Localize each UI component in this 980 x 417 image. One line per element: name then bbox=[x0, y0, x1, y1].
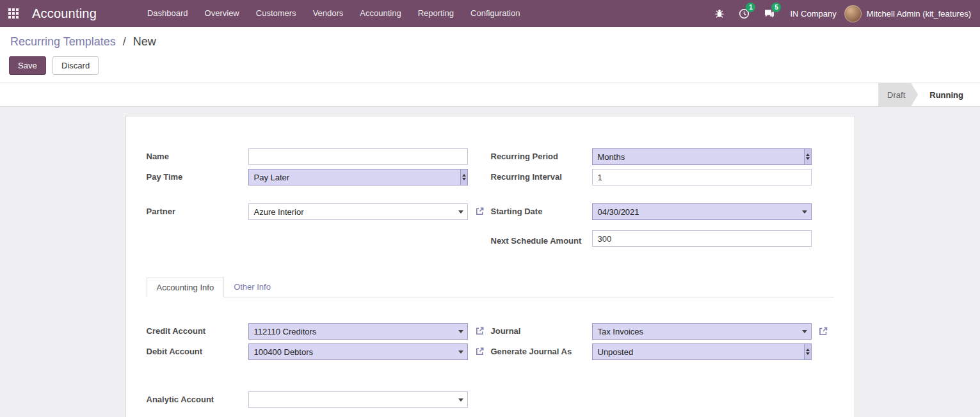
field-row-recurring-period: Recurring Period Months bbox=[491, 148, 812, 165]
credit-account-external-link-icon[interactable] bbox=[475, 326, 485, 336]
discard-button[interactable]: Discard bbox=[52, 56, 99, 75]
generate-journal-as-label: Generate Journal As bbox=[491, 346, 592, 358]
breadcrumb-current: New bbox=[133, 35, 156, 48]
breadcrumb-parent-link[interactable]: Recurring Templates bbox=[10, 35, 116, 48]
partner-combobox[interactable]: Azure Interior bbox=[248, 203, 468, 220]
user-menu[interactable]: Mitchell Admin (kit_features) bbox=[844, 5, 971, 22]
next-schedule-amount-input[interactable] bbox=[592, 230, 812, 247]
save-button[interactable]: Save bbox=[9, 56, 46, 75]
next-schedule-amount-label: Next Schedule Amount bbox=[491, 235, 592, 247]
name-input[interactable] bbox=[248, 148, 468, 165]
debit-account-combobox[interactable]: 100400 Debtors bbox=[248, 343, 468, 360]
apps-grid-icon bbox=[8, 8, 19, 19]
main-menu: Dashboard Overview Customers Vendors Acc… bbox=[139, 0, 528, 27]
partner-external-link-icon[interactable] bbox=[475, 207, 485, 216]
pay-time-label: Pay Time bbox=[147, 171, 248, 183]
credit-account-combobox[interactable]: 112110 Creditors bbox=[248, 323, 468, 340]
user-name: Mitchell Admin (kit_features) bbox=[867, 9, 971, 19]
menu-customers[interactable]: Customers bbox=[248, 0, 305, 27]
menu-reporting[interactable]: Reporting bbox=[410, 0, 462, 27]
starting-date-label: Starting Date bbox=[491, 206, 592, 217]
field-row-credit-account: Credit Account 112110 Creditors bbox=[147, 323, 468, 340]
messages-badge: 5 bbox=[771, 3, 781, 12]
chevron-down-icon bbox=[454, 324, 467, 339]
select-spinner-icon bbox=[460, 169, 467, 185]
control-panel: Recurring Templates / New Save Discard D… bbox=[0, 27, 980, 107]
app-title: Accounting bbox=[32, 6, 97, 21]
accounting-info-panel: Credit Account 112110 Creditors bbox=[147, 297, 834, 412]
debug-bug-icon[interactable] bbox=[707, 8, 732, 19]
generate-journal-as-select[interactable]: Unposted bbox=[592, 343, 812, 360]
apps-menu-button[interactable] bbox=[0, 0, 27, 27]
debit-account-external-link-icon[interactable] bbox=[475, 347, 485, 356]
breadcrumb-separator: / bbox=[123, 35, 126, 48]
journal-label: Journal bbox=[491, 326, 592, 337]
starting-date-picker[interactable]: 04/30/2021 bbox=[592, 203, 812, 220]
field-row-pay-time: Pay Time Pay Later bbox=[147, 169, 468, 185]
field-row-starting-date: Starting Date 04/30/2021 bbox=[491, 203, 812, 220]
menu-dashboard[interactable]: Dashboard bbox=[139, 0, 197, 27]
form-sheet: Name Pay Time Pay Later bbox=[125, 116, 855, 417]
activities-badge: 1 bbox=[746, 3, 755, 12]
journal-external-link-icon[interactable] bbox=[818, 326, 828, 336]
chevron-down-icon bbox=[454, 204, 467, 219]
tab-other-info[interactable]: Other Info bbox=[224, 278, 280, 297]
journal-combobox[interactable]: Tax Invoices bbox=[592, 323, 812, 340]
activities-icon[interactable]: 1 bbox=[732, 8, 757, 19]
field-row-partner: Partner Azure Interior bbox=[147, 203, 468, 220]
menu-overview[interactable]: Overview bbox=[197, 0, 248, 27]
field-row-recurring-interval: Recurring Interval bbox=[491, 169, 812, 185]
analytic-account-combobox[interactable] bbox=[248, 391, 468, 408]
chevron-down-icon bbox=[798, 324, 811, 339]
messages-icon[interactable]: 5 bbox=[757, 8, 782, 19]
recurring-period-select[interactable]: Months bbox=[592, 148, 812, 165]
status-running[interactable]: Running bbox=[920, 83, 980, 106]
field-row-generate-journal-as: Generate Journal As Unposted bbox=[491, 343, 812, 360]
debit-account-label: Debit Account bbox=[147, 346, 248, 358]
name-label: Name bbox=[147, 151, 248, 162]
chevron-down-icon bbox=[454, 392, 467, 407]
user-avatar bbox=[844, 5, 862, 22]
recurring-interval-input[interactable] bbox=[592, 169, 812, 185]
recurring-interval-label: Recurring Interval bbox=[491, 171, 592, 183]
menu-configuration[interactable]: Configuration bbox=[462, 0, 528, 27]
menu-vendors[interactable]: Vendors bbox=[305, 0, 352, 27]
select-spinner-icon bbox=[804, 149, 811, 164]
action-buttons: Save Discard bbox=[0, 50, 980, 83]
credit-account-label: Credit Account bbox=[147, 326, 248, 337]
breadcrumb: Recurring Templates / New bbox=[0, 27, 980, 50]
menu-accounting[interactable]: Accounting bbox=[351, 0, 409, 27]
chevron-down-icon bbox=[798, 204, 811, 219]
partner-label: Partner bbox=[147, 206, 248, 217]
notebook-tabs: Accounting Info Other Info bbox=[147, 278, 834, 297]
chevron-down-icon bbox=[454, 344, 467, 359]
select-spinner-icon bbox=[804, 344, 811, 359]
analytic-account-label: Analytic Account bbox=[147, 394, 248, 405]
status-draft[interactable]: Draft bbox=[878, 83, 918, 106]
recurring-period-label: Recurring Period bbox=[491, 151, 592, 162]
company-switcher[interactable]: IN Company bbox=[782, 9, 844, 19]
page-background: Name Pay Time Pay Later bbox=[0, 107, 980, 417]
field-row-analytic-account: Analytic Account bbox=[147, 391, 468, 408]
field-row-debit-account: Debit Account 100400 Debtors bbox=[147, 343, 468, 360]
top-navbar: Accounting Dashboard Overview Customers … bbox=[0, 0, 980, 27]
tab-accounting-info[interactable]: Accounting Info bbox=[147, 278, 225, 297]
field-row-journal: Journal Tax Invoices bbox=[491, 323, 812, 340]
status-bar: Draft Running bbox=[0, 83, 980, 107]
field-row-next-schedule-amount: Next Schedule Amount bbox=[491, 230, 812, 247]
pay-time-select[interactable]: Pay Later bbox=[248, 169, 468, 185]
field-row-name: Name bbox=[147, 148, 468, 165]
